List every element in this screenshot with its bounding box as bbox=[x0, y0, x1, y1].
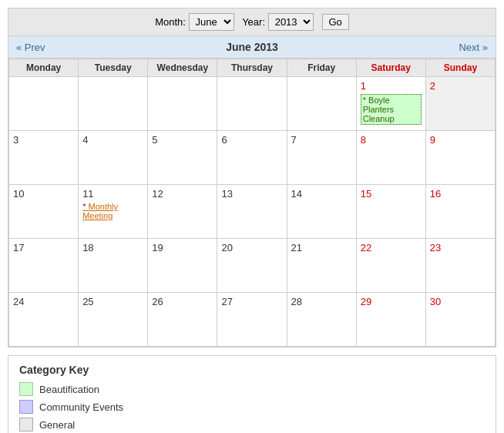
calendar-event: * Boyle Planters Cleanup bbox=[361, 94, 422, 125]
header-thursday: Thursday bbox=[217, 59, 287, 77]
day-cell: 28 bbox=[287, 293, 356, 347]
day-cell: 13 bbox=[217, 185, 287, 239]
header-sunday: Sunday bbox=[425, 59, 495, 77]
header-saturday: Saturday bbox=[356, 59, 425, 77]
day-cell: 16 bbox=[425, 185, 495, 239]
day-number: 24 bbox=[13, 296, 24, 307]
year-select[interactable]: 2013 bbox=[268, 13, 314, 31]
header-friday: Friday bbox=[287, 59, 356, 77]
day-cell: 2 bbox=[425, 77, 495, 131]
day-number: 9 bbox=[430, 134, 435, 146]
key-swatch bbox=[19, 400, 33, 414]
day-cell: 5 bbox=[148, 131, 217, 185]
day-number: 13 bbox=[221, 188, 232, 200]
header-tuesday: Tuesday bbox=[79, 59, 148, 77]
day-number: 25 bbox=[82, 296, 93, 307]
day-number: 15 bbox=[361, 188, 371, 200]
week-row-1: 3456789 bbox=[9, 131, 496, 185]
month-select[interactable]: June bbox=[189, 13, 234, 31]
key-label: Community Events bbox=[39, 401, 123, 413]
day-number: 22 bbox=[361, 242, 371, 253]
year-label: Year: bbox=[242, 16, 265, 28]
key-item: General bbox=[19, 418, 485, 431]
day-cell: 15 bbox=[356, 185, 425, 239]
day-cell bbox=[9, 77, 79, 131]
month-title: June 2013 bbox=[226, 41, 278, 53]
week-row-0: 1* Boyle Planters Cleanup2 bbox=[9, 77, 496, 131]
day-number: 4 bbox=[82, 134, 88, 146]
day-number: 1 bbox=[361, 80, 366, 92]
day-number: 17 bbox=[13, 242, 24, 253]
day-cell bbox=[148, 77, 217, 131]
day-cell: 4 bbox=[79, 131, 148, 185]
day-cell: 17 bbox=[9, 239, 79, 293]
day-cell: 20 bbox=[217, 239, 287, 293]
day-cell: 9 bbox=[425, 131, 495, 185]
week-row-2: 1011* Monthly Meeting1213141516 bbox=[9, 185, 496, 239]
key-label: General bbox=[39, 419, 75, 431]
header-wednesday: Wednesday bbox=[148, 59, 217, 77]
day-number: 23 bbox=[430, 242, 441, 253]
day-number: 27 bbox=[221, 296, 232, 307]
key-swatch bbox=[19, 418, 33, 431]
day-number: 30 bbox=[430, 296, 441, 307]
week-row-4: 24252627282930 bbox=[9, 293, 496, 347]
header-monday: Monday bbox=[9, 59, 79, 77]
day-number: 16 bbox=[430, 188, 441, 200]
key-label: Beautification bbox=[39, 384, 99, 395]
day-cell: 10 bbox=[9, 185, 79, 239]
day-cell: 29 bbox=[356, 293, 425, 347]
day-cell: 7 bbox=[287, 131, 356, 185]
day-number: 11 bbox=[82, 188, 93, 200]
category-key-title: Category Key bbox=[19, 364, 485, 376]
key-item: Community Events bbox=[19, 400, 485, 414]
day-cell bbox=[79, 77, 148, 131]
key-swatch bbox=[19, 382, 33, 396]
day-number: 29 bbox=[361, 296, 371, 307]
day-number: 14 bbox=[291, 188, 302, 200]
category-key: Category Key BeautificationCommunity Eve… bbox=[8, 355, 496, 433]
key-items: BeautificationCommunity EventsGeneralMee… bbox=[19, 382, 485, 433]
day-number: 6 bbox=[221, 134, 227, 146]
day-cell: 14 bbox=[287, 185, 356, 239]
day-cell: 12 bbox=[148, 185, 217, 239]
day-cell: 11* Monthly Meeting bbox=[79, 185, 148, 239]
day-cell: 24 bbox=[9, 293, 79, 347]
day-number: 26 bbox=[152, 296, 163, 307]
day-cell: 6 bbox=[217, 131, 287, 185]
day-cell: 25 bbox=[79, 293, 148, 347]
day-number: 21 bbox=[291, 242, 302, 253]
day-cell: 30 bbox=[425, 293, 495, 347]
day-cell: 22 bbox=[356, 239, 425, 293]
day-number: 18 bbox=[82, 242, 93, 253]
day-number: 28 bbox=[291, 296, 302, 307]
month-year-controls: Month: June Year: 2013 Go bbox=[8, 8, 496, 36]
day-cell: 19 bbox=[148, 239, 217, 293]
day-cell: 3 bbox=[9, 131, 79, 185]
day-number: 5 bbox=[152, 134, 157, 146]
day-number: 3 bbox=[13, 134, 18, 146]
day-number: 2 bbox=[430, 80, 435, 92]
prev-link[interactable]: « Prev bbox=[16, 42, 45, 53]
next-link[interactable]: Next » bbox=[459, 42, 488, 53]
go-button[interactable]: Go bbox=[322, 14, 349, 30]
day-number: 20 bbox=[221, 242, 232, 253]
day-number: 19 bbox=[152, 242, 163, 253]
week-row-3: 17181920212223 bbox=[9, 239, 496, 293]
calendar-container: Month: June Year: 2013 Go « Prev June 20… bbox=[0, 8, 504, 433]
day-cell bbox=[287, 77, 356, 131]
day-cell: 27 bbox=[217, 293, 287, 347]
day-number: 12 bbox=[152, 188, 163, 200]
day-cell: 18 bbox=[79, 239, 148, 293]
day-cell: 26 bbox=[148, 293, 217, 347]
day-cell bbox=[217, 77, 287, 131]
day-cell: 1* Boyle Planters Cleanup bbox=[356, 77, 425, 131]
navigation-row: « Prev June 2013 Next » bbox=[8, 36, 496, 59]
key-item: Beautification bbox=[19, 382, 485, 396]
calendar-table: Monday Tuesday Wednesday Thursday Friday… bbox=[8, 59, 496, 347]
day-cell: 8 bbox=[356, 131, 425, 185]
day-number: 7 bbox=[291, 134, 297, 146]
calendar-event[interactable]: * Monthly Meeting bbox=[82, 202, 143, 220]
day-cell: 21 bbox=[287, 239, 356, 293]
month-label: Month: bbox=[155, 16, 186, 28]
